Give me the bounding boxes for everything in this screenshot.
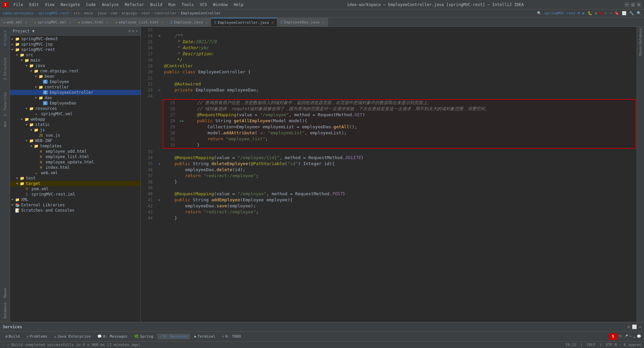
tree-xml[interactable]: ▼ 📁 XML (10, 197, 141, 202)
project-collapse-icon[interactable]: ⊟ (128, 29, 131, 33)
toolbar-build[interactable]: ⚙ (595, 11, 597, 15)
toolbar-search[interactable]: 🔍 (537, 11, 542, 15)
tree-springmvcxml-file[interactable]: ✦ springMVC.xml (10, 111, 141, 117)
tree-employee[interactable]: C Employee (10, 79, 141, 84)
tree-src[interactable]: ▼ 📁 src (10, 52, 141, 58)
status-charset[interactable]: UTF-8 · 4 spaces (606, 343, 641, 347)
bc-rest[interactable]: rest (141, 11, 150, 15)
z-structure-icon[interactable]: Z-Structure (1, 56, 9, 82)
right-maven-icon[interactable]: Maven (639, 46, 642, 56)
tree-vuejs[interactable]: JS vue.js (10, 133, 141, 138)
bc-atguigu[interactable]: atguigu (121, 11, 137, 15)
project-gear-icon[interactable]: ⚙ (132, 29, 135, 33)
tab-employeelisthtml[interactable]: ✦ employee_list.html✕ (112, 18, 167, 26)
tree-employee-update[interactable]: H employee_update.html (10, 159, 141, 165)
tree-employeedao[interactable]: C EmployeeDao (10, 100, 141, 106)
status-crlf[interactable]: CRLF (587, 343, 596, 347)
project-icon[interactable]: Project (1, 28, 9, 48)
bc-src[interactable]: src (73, 11, 80, 15)
toolbar-settings[interactable]: 🔧 (629, 11, 634, 15)
toolbar-search2[interactable]: 🔍 (637, 11, 641, 15)
tree-webxml-file[interactable]: ✦ web.xml (10, 170, 141, 176)
toolbar-more[interactable]: ⬜ (622, 11, 627, 15)
tree-scratches[interactable]: 📝 Scratches and Consoles (10, 208, 141, 213)
tab-employeecontrollerjava[interactable]: C EmployeeController.java✕ (211, 18, 277, 26)
toolbar-stop[interactable]: ■ (600, 11, 602, 15)
status-position[interactable]: 19:12 (565, 343, 576, 347)
services-settings-icon[interactable]: ⚙ (628, 325, 630, 329)
minimize-button[interactable]: ─ (625, 2, 629, 7)
tree-employeecontroller[interactable]: C EmployeeController (10, 90, 141, 95)
tree-test[interactable]: ▼ 📁 test (10, 176, 141, 181)
bc-com[interactable]: com (110, 11, 117, 15)
tree-static[interactable]: ▼ 📁 static (10, 122, 141, 127)
tree-employee-add[interactable]: H employee_add.html (10, 149, 141, 154)
menu-build[interactable]: Build (148, 2, 165, 8)
tree-bean[interactable]: ▼ 📁 bean (10, 74, 141, 79)
tree-springmvcrest[interactable]: ▼ 📁 springMVC-rest (10, 47, 141, 52)
toolbar-run[interactable]: ▶ (583, 11, 585, 15)
problems-tab[interactable]: ⚠ Problems (24, 334, 50, 339)
project-close-icon[interactable]: ✕ (136, 29, 138, 33)
terminal-tab[interactable]: ▶ Terminal (192, 334, 218, 339)
menu-view[interactable]: View (42, 2, 57, 8)
tree-main[interactable]: ▼ 📁 main (10, 58, 141, 63)
menu-navigate[interactable]: Navigate (58, 2, 83, 8)
tree-employee-list[interactable]: H employee_list.html (10, 154, 141, 159)
menu-file[interactable]: File (11, 2, 26, 8)
tab-employeedaojava[interactable]: C EmployeeDao.java✕ (277, 18, 328, 26)
menu-tools[interactable]: Tools (179, 2, 197, 8)
bc-controller[interactable]: controller (154, 11, 176, 15)
tree-webapp[interactable]: ▼ 📁 webapp (10, 117, 141, 122)
bc-java[interactable]: java (97, 11, 106, 15)
menu-window[interactable]: Window (210, 2, 230, 8)
menu-refactor[interactable]: Refactor (122, 2, 147, 8)
tree-controller[interactable]: ▼ 📁 controller (10, 84, 141, 90)
tree-webinf[interactable]: ▼ 📁 WEB-INF (10, 138, 141, 143)
right-db-icon[interactable]: Database (639, 28, 642, 44)
bc-main[interactable]: main (84, 11, 93, 15)
favorites-icon[interactable]: 2: Favorites (1, 90, 9, 118)
toolbar-debug[interactable]: 🐛 (588, 11, 592, 15)
maven-icon[interactable]: Maven (1, 286, 9, 300)
bc-workspace[interactable]: idea-workspace (3, 11, 34, 15)
java-enterprise-tab[interactable]: ☕ Java Enterprise (51, 334, 93, 339)
tab-employeejava[interactable]: C Employee.java✕ (167, 18, 211, 26)
toolbar-forward[interactable]: → (609, 11, 612, 15)
editor-content[interactable]: 13 14 ≡ /** 15 * Date:2021/7/9 16 (141, 27, 637, 322)
services-close-icon[interactable]: ✕ (639, 325, 641, 329)
tree-comatguigu[interactable]: ▼ 📁 com.atguigu.rest (10, 68, 141, 74)
tree-dao[interactable]: ▼ 📁 dao (10, 95, 141, 100)
messages-tab[interactable]: 💬 0: Messages (95, 334, 130, 339)
spring-tab[interactable]: 🌿 Spring (131, 334, 156, 339)
tree-springmvcdemo3[interactable]: ▶ 📁 springMVC-demo3 (10, 36, 141, 42)
tree-iml[interactable]: I springMVC-rest.iml (10, 192, 141, 197)
tree-target[interactable]: ▼ 📁 target (10, 181, 141, 186)
menu-help[interactable]: Help (231, 2, 246, 8)
services-expand-icon[interactable]: ⬜ (632, 325, 637, 329)
tree-templates[interactable]: ▼ 📁 templates (10, 143, 141, 149)
tree-springmvcjsp[interactable]: ▶ 📁 springMVC-jsp (10, 42, 141, 47)
menu-analyze[interactable]: Analyze (99, 2, 121, 8)
tab-webxml[interactable]: ✦ web.xml✕ (0, 18, 31, 26)
tab-indexhtml[interactable]: ✦ index.html✕ (75, 18, 112, 26)
build-tab[interactable]: ⚙ Build (3, 334, 22, 339)
bc-project[interactable]: springMVC-rest (38, 11, 69, 15)
tree-pomxml[interactable]: M pom.xml (10, 186, 141, 192)
menu-run[interactable]: Run (166, 2, 178, 8)
ant-icon[interactable]: Ant (1, 119, 9, 129)
tree-resources[interactable]: ▼ 📁 resources (10, 106, 141, 111)
close-button[interactable]: ✕ (637, 2, 641, 7)
tab-springmvcxml[interactable]: ✦ springMVC.xml✕ (31, 18, 74, 26)
maximize-button[interactable]: □ (631, 2, 635, 7)
menu-edit[interactable]: Edit (26, 2, 42, 8)
tree-external-libs[interactable]: ▼ 📚 External Libraries (10, 202, 141, 208)
tree-js[interactable]: ▼ 📁 js (10, 127, 141, 133)
todo-tab[interactable]: ✓ 6: TODO (219, 334, 244, 339)
toolbar-back[interactable]: ← (605, 11, 607, 15)
toolbar-bookmark[interactable]: 🔖 (614, 11, 619, 15)
toolbar-run-config[interactable]: springMVC-rest ▼ (544, 11, 580, 15)
menu-code[interactable]: Code (84, 2, 99, 8)
menu-vcs[interactable]: VCS (197, 2, 210, 8)
tree-java[interactable]: ▼ 📁 java (10, 63, 141, 68)
